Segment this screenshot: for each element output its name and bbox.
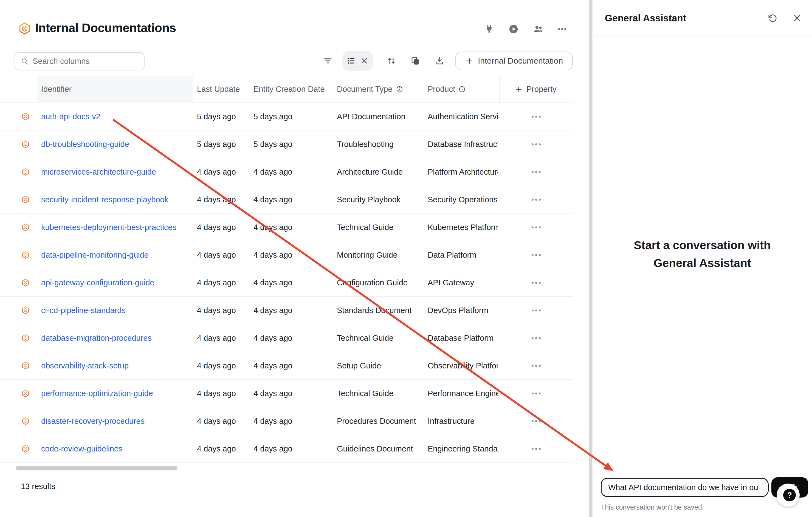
row-more-options-button[interactable] bbox=[529, 141, 544, 148]
more-options-button[interactable] bbox=[554, 21, 570, 37]
row-more-options-button[interactable] bbox=[529, 168, 544, 176]
document-type-cell: Procedures Document bbox=[337, 407, 425, 435]
identifier-link[interactable]: database-migration-procedures bbox=[41, 334, 152, 343]
table-row: db-troubleshooting-guide 5 days ago 5 da… bbox=[0, 130, 573, 158]
info-icon[interactable] bbox=[458, 86, 466, 93]
search-columns-input[interactable] bbox=[33, 57, 137, 66]
add-property-button[interactable]: Property bbox=[515, 76, 557, 102]
clear-view-icon[interactable] bbox=[360, 57, 369, 65]
list-view-icon[interactable] bbox=[347, 57, 355, 65]
last-update-cell: 4 days ago bbox=[197, 352, 251, 379]
results-count: 13 results bbox=[21, 482, 55, 491]
reset-icon bbox=[767, 13, 777, 23]
row-asset-hexagon-icon bbox=[21, 103, 30, 130]
download-button[interactable] bbox=[432, 53, 447, 68]
identifier-link[interactable]: performance-optimization-guide bbox=[41, 389, 153, 398]
row-asset-hexagon-icon bbox=[21, 269, 30, 296]
row-more-options-button[interactable] bbox=[529, 362, 544, 369]
identifier-link[interactable]: security-incident-response-playbook bbox=[41, 195, 168, 204]
run-playbook-button[interactable] bbox=[506, 21, 521, 37]
row-more-options-button[interactable] bbox=[529, 334, 544, 342]
plug-icon bbox=[484, 24, 494, 34]
integrations-plug-button[interactable] bbox=[482, 21, 497, 37]
entity-creation-date-cell: 5 days ago bbox=[254, 130, 333, 158]
row-asset-hexagon-icon bbox=[21, 380, 30, 407]
horizontal-scrollbar-thumb[interactable] bbox=[16, 466, 177, 470]
row-more-options-button[interactable] bbox=[529, 196, 544, 204]
panel-divider-scrollbar[interactable] bbox=[589, 0, 592, 517]
product-cell: Data Platform bbox=[428, 241, 498, 269]
identifier-link[interactable]: observability-stack-setup bbox=[41, 361, 129, 370]
filter-button[interactable] bbox=[320, 53, 336, 68]
sort-icon bbox=[386, 56, 397, 66]
row-more-options-button[interactable] bbox=[529, 251, 544, 259]
identifier-link[interactable]: kubernetes-deployment-best-practices bbox=[41, 223, 176, 232]
play-icon bbox=[508, 24, 519, 34]
table-row: security-incident-response-playbook 4 da… bbox=[0, 186, 573, 214]
identifier-link[interactable]: code-review-guidelines bbox=[41, 444, 123, 453]
entity-creation-date-cell: 4 days ago bbox=[254, 158, 333, 186]
close-icon bbox=[792, 13, 802, 23]
search-icon bbox=[21, 57, 29, 65]
product-cell: Engineering Standards bbox=[428, 435, 498, 462]
view-toggle-pill bbox=[342, 51, 373, 71]
row-more-options-button[interactable] bbox=[529, 418, 544, 425]
table-row: kubernetes-deployment-best-practices 4 d… bbox=[0, 214, 573, 241]
table-row: auth-api-docs-v2 5 days ago 5 days ago A… bbox=[0, 103, 573, 130]
entity-creation-date-cell: 4 days ago bbox=[254, 407, 333, 435]
assistant-panel-title: General Assistant bbox=[605, 12, 686, 24]
close-panel-button[interactable] bbox=[789, 10, 805, 26]
row-asset-hexagon-icon bbox=[21, 158, 30, 186]
table-row: api-gateway-configuration-guide 4 days a… bbox=[0, 269, 573, 297]
row-more-options-button[interactable] bbox=[529, 113, 544, 120]
product-cell: Performance Engineering bbox=[428, 380, 498, 407]
table-row: disaster-recovery-procedures 4 days ago … bbox=[0, 407, 573, 435]
assistant-chat-input[interactable] bbox=[601, 478, 768, 497]
table-header: Identifier Last Update Entity Creation D… bbox=[0, 76, 573, 103]
table-row: ci-cd-pipeline-standards 4 days ago 4 da… bbox=[0, 297, 573, 324]
row-asset-hexagon-icon bbox=[21, 407, 30, 435]
add-internal-documentation-button[interactable]: Internal Documentation bbox=[455, 52, 573, 70]
column-header-document-type[interactable]: Document Type bbox=[337, 76, 403, 102]
product-cell: Kubernetes Platform bbox=[428, 214, 498, 241]
entity-creation-date-cell: 4 days ago bbox=[254, 297, 333, 324]
identifier-link[interactable]: api-gateway-configuration-guide bbox=[41, 278, 154, 287]
identifier-link[interactable]: microservices-architecture-guide bbox=[41, 168, 156, 177]
column-header-entity-creation-date[interactable]: Entity Creation Date bbox=[254, 76, 325, 102]
identifier-link[interactable]: data-pipeline-monitoring-guide bbox=[41, 250, 149, 260]
row-more-options-button[interactable] bbox=[529, 390, 544, 397]
row-asset-hexagon-icon bbox=[21, 130, 30, 158]
info-icon[interactable] bbox=[396, 86, 403, 93]
app-window: Internal Documentations Internal Documen… bbox=[0, 0, 812, 517]
collaborators-button[interactable] bbox=[530, 21, 546, 37]
row-more-options-button[interactable] bbox=[529, 445, 544, 453]
entity-creation-date-cell: 4 days ago bbox=[254, 380, 333, 407]
document-type-cell: Standards Document bbox=[337, 297, 425, 324]
identifier-link[interactable]: ci-cd-pipeline-standards bbox=[41, 306, 126, 315]
column-header-identifier[interactable]: Identifier bbox=[41, 76, 71, 102]
document-type-cell: Security Playbook bbox=[337, 186, 425, 213]
product-cell: DevOps Platform bbox=[428, 297, 498, 324]
column-header-last-update[interactable]: Last Update bbox=[197, 76, 240, 102]
conversation-disclaimer: This conversation won't be saved. bbox=[601, 503, 704, 511]
row-more-options-button[interactable] bbox=[529, 224, 544, 231]
plus-icon bbox=[465, 57, 473, 65]
sort-button[interactable] bbox=[384, 53, 399, 68]
row-more-options-button[interactable] bbox=[529, 307, 544, 314]
column-header-product[interactable]: Product bbox=[428, 76, 466, 102]
reset-conversation-button[interactable] bbox=[764, 10, 780, 26]
identifier-link[interactable]: disaster-recovery-procedures bbox=[41, 417, 145, 426]
entity-creation-date-cell: 4 days ago bbox=[254, 324, 333, 352]
copy-button[interactable] bbox=[408, 53, 423, 68]
row-more-options-button[interactable] bbox=[529, 279, 544, 286]
product-cell: Observability Platform bbox=[428, 352, 498, 379]
identifier-link[interactable]: db-troubleshooting-guide bbox=[41, 140, 129, 149]
entity-creation-date-cell: 4 days ago bbox=[254, 269, 333, 296]
entity-creation-date-cell: 4 days ago bbox=[254, 241, 333, 269]
product-cell: Infrastructure bbox=[428, 407, 498, 435]
help-button[interactable]: ? bbox=[777, 484, 800, 507]
identifier-link[interactable]: auth-api-docs-v2 bbox=[41, 112, 100, 121]
product-cell: Security Operations bbox=[428, 186, 498, 213]
last-update-cell: 4 days ago bbox=[197, 324, 251, 352]
document-type-cell: Technical Guide bbox=[337, 214, 425, 241]
